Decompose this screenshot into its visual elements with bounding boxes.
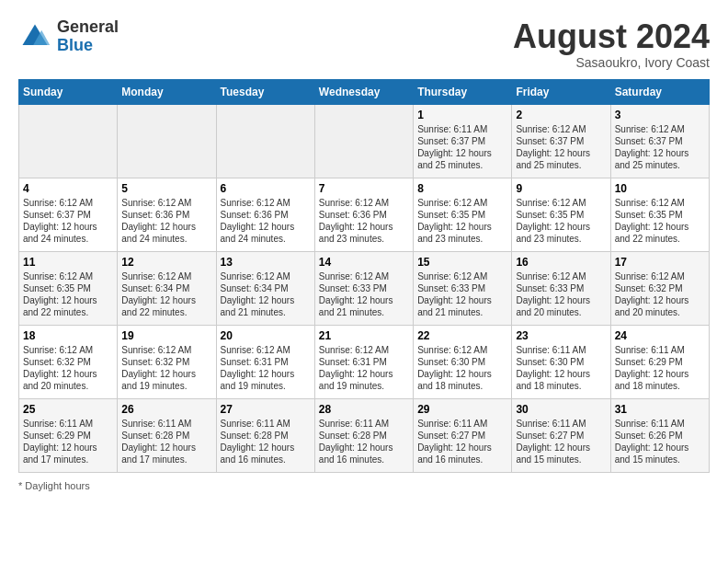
header-day-saturday: Saturday xyxy=(610,79,709,104)
day-number: 30 xyxy=(516,403,606,416)
day-number: 31 xyxy=(615,403,705,416)
calendar-cell: 20Sunrise: 6:12 AM Sunset: 6:31 PM Dayli… xyxy=(216,325,314,398)
day-number: 16 xyxy=(516,256,606,269)
calendar-cell xyxy=(314,104,413,178)
day-info: Sunrise: 6:12 AM Sunset: 6:36 PM Dayligh… xyxy=(121,197,211,245)
calendar-cell: 5Sunrise: 6:12 AM Sunset: 6:36 PM Daylig… xyxy=(118,178,216,251)
day-info: Sunrise: 6:12 AM Sunset: 6:32 PM Dayligh… xyxy=(615,270,705,318)
calendar-week-row: 11Sunrise: 6:12 AM Sunset: 6:35 PM Dayli… xyxy=(19,251,710,325)
day-number: 25 xyxy=(23,403,113,416)
calendar-cell: 17Sunrise: 6:12 AM Sunset: 6:32 PM Dayli… xyxy=(610,251,709,325)
header-day-friday: Friday xyxy=(512,79,610,104)
logo-blue-text: Blue xyxy=(57,36,93,54)
logo-text: General Blue xyxy=(57,18,119,55)
day-number: 3 xyxy=(615,109,705,121)
calendar-cell: 28Sunrise: 6:11 AM Sunset: 6:28 PM Dayli… xyxy=(314,398,413,472)
day-number: 24 xyxy=(615,329,705,342)
day-number: 22 xyxy=(417,329,507,342)
day-number: 15 xyxy=(417,256,507,269)
day-number: 10 xyxy=(615,182,705,195)
calendar-cell: 7Sunrise: 6:12 AM Sunset: 6:36 PM Daylig… xyxy=(314,178,413,251)
calendar-cell: 9Sunrise: 6:12 AM Sunset: 6:35 PM Daylig… xyxy=(512,178,610,251)
calendar-cell: 11Sunrise: 6:12 AM Sunset: 6:35 PM Dayli… xyxy=(19,251,118,325)
calendar-cell: 30Sunrise: 6:11 AM Sunset: 6:27 PM Dayli… xyxy=(512,398,610,472)
day-number: 29 xyxy=(417,403,507,416)
day-number: 17 xyxy=(615,256,705,269)
day-info: Sunrise: 6:11 AM Sunset: 6:28 PM Dayligh… xyxy=(121,418,211,465)
location-subtitle: Sasaoukro, Ivory Coast xyxy=(513,55,710,70)
calendar-cell: 31Sunrise: 6:11 AM Sunset: 6:26 PM Dayli… xyxy=(610,398,709,472)
page-header: General Blue August 2024 Sasaoukro, Ivor… xyxy=(18,18,710,70)
day-info: Sunrise: 6:12 AM Sunset: 6:33 PM Dayligh… xyxy=(417,270,507,318)
day-number: 18 xyxy=(23,329,113,342)
day-info: Sunrise: 6:12 AM Sunset: 6:31 PM Dayligh… xyxy=(221,344,311,392)
day-number: 4 xyxy=(23,182,113,195)
calendar-cell: 4Sunrise: 6:12 AM Sunset: 6:37 PM Daylig… xyxy=(19,178,118,251)
calendar-week-row: 25Sunrise: 6:11 AM Sunset: 6:29 PM Dayli… xyxy=(19,398,710,472)
day-number: 27 xyxy=(221,403,311,416)
day-info: Sunrise: 6:12 AM Sunset: 6:36 PM Dayligh… xyxy=(221,197,311,245)
calendar-cell: 18Sunrise: 6:12 AM Sunset: 6:32 PM Dayli… xyxy=(19,325,118,398)
day-info: Sunrise: 6:12 AM Sunset: 6:35 PM Dayligh… xyxy=(417,197,507,245)
day-info: Sunrise: 6:12 AM Sunset: 6:35 PM Dayligh… xyxy=(23,270,113,318)
header-day-wednesday: Wednesday xyxy=(314,79,413,104)
day-info: Sunrise: 6:11 AM Sunset: 6:37 PM Dayligh… xyxy=(417,123,507,171)
day-info: Sunrise: 6:12 AM Sunset: 6:37 PM Dayligh… xyxy=(23,197,113,245)
day-info: Sunrise: 6:11 AM Sunset: 6:27 PM Dayligh… xyxy=(417,418,507,465)
day-info: Sunrise: 6:12 AM Sunset: 6:35 PM Dayligh… xyxy=(615,197,705,245)
header-day-tuesday: Tuesday xyxy=(216,79,314,104)
day-number: 28 xyxy=(319,403,409,416)
calendar-cell: 6Sunrise: 6:12 AM Sunset: 6:36 PM Daylig… xyxy=(216,178,314,251)
header-day-sunday: Sunday xyxy=(19,79,118,104)
header-day-thursday: Thursday xyxy=(414,79,512,104)
day-info: Sunrise: 6:12 AM Sunset: 6:37 PM Dayligh… xyxy=(516,123,606,171)
calendar-cell: 27Sunrise: 6:11 AM Sunset: 6:28 PM Dayli… xyxy=(216,398,314,472)
day-number: 14 xyxy=(319,256,409,269)
month-year-title: August 2024 xyxy=(513,18,710,55)
day-info: Sunrise: 6:12 AM Sunset: 6:34 PM Dayligh… xyxy=(221,270,311,318)
calendar-table: SundayMondayTuesdayWednesdayThursdayFrid… xyxy=(18,79,710,473)
day-number: 7 xyxy=(319,182,409,195)
day-number: 19 xyxy=(121,329,211,342)
calendar-cell: 21Sunrise: 6:12 AM Sunset: 6:31 PM Dayli… xyxy=(314,325,413,398)
calendar-cell: 14Sunrise: 6:12 AM Sunset: 6:33 PM Dayli… xyxy=(314,251,413,325)
calendar-week-row: 1Sunrise: 6:11 AM Sunset: 6:37 PM Daylig… xyxy=(19,104,710,178)
calendar-cell xyxy=(216,104,314,178)
day-info: Sunrise: 6:11 AM Sunset: 6:27 PM Dayligh… xyxy=(516,418,606,465)
calendar-cell: 13Sunrise: 6:12 AM Sunset: 6:34 PM Dayli… xyxy=(216,251,314,325)
day-info: Sunrise: 6:12 AM Sunset: 6:30 PM Dayligh… xyxy=(417,344,507,392)
calendar-cell: 16Sunrise: 6:12 AM Sunset: 6:33 PM Dayli… xyxy=(512,251,610,325)
day-info: Sunrise: 6:11 AM Sunset: 6:30 PM Dayligh… xyxy=(516,344,606,392)
logo-icon xyxy=(18,20,51,53)
calendar-week-row: 18Sunrise: 6:12 AM Sunset: 6:32 PM Dayli… xyxy=(19,325,710,398)
calendar-cell: 10Sunrise: 6:12 AM Sunset: 6:35 PM Dayli… xyxy=(610,178,709,251)
day-number: 13 xyxy=(221,256,311,269)
header-day-monday: Monday xyxy=(118,79,216,104)
footer-label: Daylight hours xyxy=(25,480,89,491)
day-number: 23 xyxy=(516,329,606,342)
calendar-cell: 19Sunrise: 6:12 AM Sunset: 6:32 PM Dayli… xyxy=(118,325,216,398)
title-block: August 2024 Sasaoukro, Ivory Coast xyxy=(513,18,710,70)
day-info: Sunrise: 6:12 AM Sunset: 6:36 PM Dayligh… xyxy=(319,197,409,245)
calendar-cell: 1Sunrise: 6:11 AM Sunset: 6:37 PM Daylig… xyxy=(414,104,512,178)
calendar-cell: 15Sunrise: 6:12 AM Sunset: 6:33 PM Dayli… xyxy=(414,251,512,325)
day-info: Sunrise: 6:11 AM Sunset: 6:29 PM Dayligh… xyxy=(23,418,113,465)
day-info: Sunrise: 6:12 AM Sunset: 6:32 PM Dayligh… xyxy=(23,344,113,392)
calendar-cell: 24Sunrise: 6:11 AM Sunset: 6:29 PM Dayli… xyxy=(610,325,709,398)
calendar-cell: 3Sunrise: 6:12 AM Sunset: 6:37 PM Daylig… xyxy=(610,104,709,178)
calendar-header-row: SundayMondayTuesdayWednesdayThursdayFrid… xyxy=(19,79,710,104)
calendar-cell: 12Sunrise: 6:12 AM Sunset: 6:34 PM Dayli… xyxy=(118,251,216,325)
calendar-cell: 2Sunrise: 6:12 AM Sunset: 6:37 PM Daylig… xyxy=(512,104,610,178)
day-info: Sunrise: 6:11 AM Sunset: 6:29 PM Dayligh… xyxy=(615,344,705,392)
calendar-cell: 23Sunrise: 6:11 AM Sunset: 6:30 PM Dayli… xyxy=(512,325,610,398)
day-number: 21 xyxy=(319,329,409,342)
day-number: 1 xyxy=(417,109,507,121)
day-number: 2 xyxy=(516,109,606,121)
calendar-cell: 22Sunrise: 6:12 AM Sunset: 6:30 PM Dayli… xyxy=(414,325,512,398)
footer: * Daylight hours xyxy=(18,480,710,491)
calendar-cell xyxy=(118,104,216,178)
day-info: Sunrise: 6:12 AM Sunset: 6:32 PM Dayligh… xyxy=(121,344,211,392)
calendar-cell: 26Sunrise: 6:11 AM Sunset: 6:28 PM Dayli… xyxy=(118,398,216,472)
day-number: 5 xyxy=(121,182,211,195)
day-number: 20 xyxy=(221,329,311,342)
